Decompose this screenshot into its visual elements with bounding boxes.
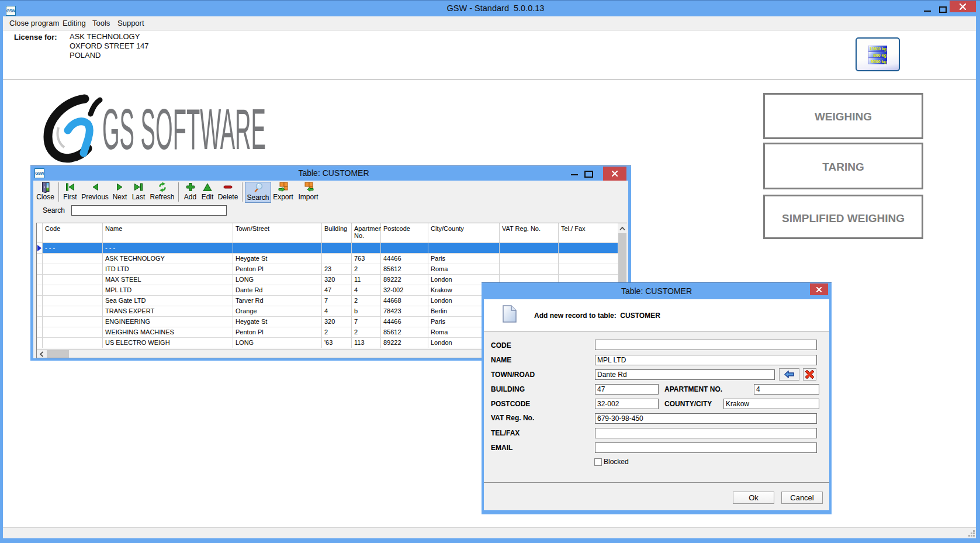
svg-text:GS SOFTWARE: GS SOFTWARE: [102, 96, 266, 161]
svg-text:12600 kg: 12600 kg: [870, 46, 886, 51]
svg-text:800 kg: 800 kg: [873, 53, 886, 58]
svg-text:9500 kg: 9500 kg: [871, 59, 886, 64]
